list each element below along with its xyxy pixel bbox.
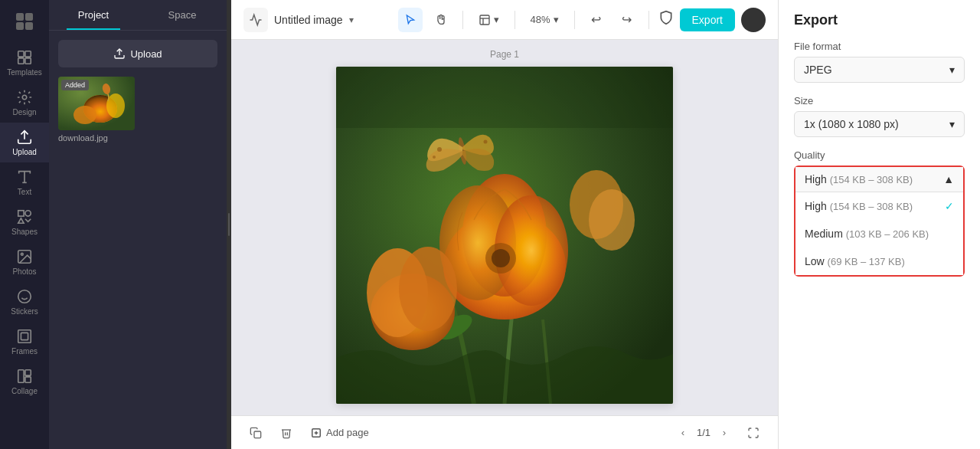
quality-option-low[interactable]: Low (69 KB – 137 KB)	[795, 247, 963, 275]
bottom-toolbar: Add page ‹ 1/1 ›	[231, 415, 778, 449]
select-tool-button[interactable]	[398, 8, 423, 32]
toolbar-divider-1	[462, 11, 463, 29]
title-dropdown-chevron[interactable]: ▾	[349, 15, 354, 25]
quality-low-text: Low (69 KB – 137 KB)	[805, 255, 905, 267]
svg-rect-23	[25, 370, 31, 375]
svg-rect-3	[25, 22, 33, 30]
quality-chevron-up-icon: ▲	[943, 173, 954, 185]
canvas-frame[interactable]	[336, 67, 673, 404]
tab-space[interactable]: Space	[138, 0, 227, 30]
svg-rect-0	[16, 13, 24, 21]
delete-page-button[interactable]	[274, 421, 299, 445]
added-badge: Added	[61, 80, 89, 90]
sidebar-item-text-label: Text	[18, 188, 31, 196]
svg-point-29	[74, 106, 96, 124]
uploaded-image-item[interactable]: Added download.jpg	[58, 77, 217, 143]
size-label: Size	[779, 92, 980, 111]
sidebar-item-text[interactable]: Text	[0, 162, 49, 202]
svg-rect-20	[18, 330, 31, 343]
svg-rect-12	[18, 211, 24, 216]
image-thumbnail: Added	[58, 77, 135, 130]
file-format-value: JPEG	[804, 64, 832, 76]
quality-selected-text: High (154 KB – 308 KB)	[805, 173, 913, 185]
app-logo[interactable]	[9, 6, 40, 37]
svg-rect-6	[18, 58, 24, 64]
hand-tool-button[interactable]	[429, 8, 453, 32]
sidebar-item-upload-label: Upload	[12, 148, 37, 156]
document-title[interactable]: Untitled image	[274, 14, 343, 26]
svg-marker-14	[18, 218, 24, 223]
layout-chevron-icon: ▾	[494, 14, 499, 25]
sidebar-item-photos[interactable]: Photos	[0, 242, 49, 282]
svg-rect-54	[336, 67, 673, 128]
tab-project[interactable]: Project	[49, 0, 138, 30]
zoom-control[interactable]: 48% ▾	[524, 11, 565, 28]
fullscreen-button[interactable]	[741, 421, 766, 445]
svg-rect-55	[254, 431, 261, 438]
sidebar-item-templates-label: Templates	[7, 68, 42, 77]
svg-rect-2	[16, 22, 24, 30]
sidebar-item-frames[interactable]: Frames	[0, 322, 49, 362]
zoom-value: 48%	[531, 14, 550, 25]
quality-selected-option[interactable]: High (154 KB – 308 KB) ▲	[795, 167, 963, 192]
quality-high-text: High (154 KB – 308 KB)	[805, 200, 913, 212]
sidebar-item-shapes[interactable]: Shapes	[0, 202, 49, 242]
file-format-select[interactable]: JPEG ▾	[794, 57, 965, 83]
page-label: Page 1	[490, 49, 519, 60]
sidebar-item-design-label: Design	[12, 108, 36, 116]
user-avatar[interactable]	[741, 8, 766, 32]
quality-option-high[interactable]: High (154 KB – 308 KB) ✓	[795, 192, 963, 220]
copy-page-button[interactable]	[243, 421, 268, 445]
main-area: Untitled image ▾ ▾ 48% ▾ ↩	[231, 0, 778, 449]
quality-options-list: High (154 KB – 308 KB) ✓ Medium (103 KB …	[795, 192, 963, 275]
cloud-save-button[interactable]	[243, 8, 268, 32]
undo-button[interactable]: ↩	[584, 8, 609, 32]
prev-page-button[interactable]: ‹	[672, 422, 694, 444]
svg-rect-4	[18, 51, 24, 57]
upload-button[interactable]: Upload	[58, 40, 217, 67]
quality-option-medium[interactable]: Medium (103 KB – 206 KB)	[795, 220, 963, 247]
top-toolbar: Untitled image ▾ ▾ 48% ▾ ↩	[231, 0, 778, 40]
add-page-label: Add page	[326, 427, 369, 438]
redo-button[interactable]: ↪	[615, 8, 639, 32]
file-format-chevron-icon: ▾	[949, 64, 955, 76]
svg-rect-7	[25, 58, 31, 64]
sidebar-item-upload[interactable]: Upload	[0, 123, 49, 162]
quality-medium-text: Medium (103 KB – 206 KB)	[805, 228, 929, 240]
sidebar-item-collage[interactable]: Collage	[0, 362, 49, 401]
svg-rect-24	[25, 377, 31, 382]
export-button[interactable]: Export	[680, 8, 735, 31]
file-format-label: File format	[779, 38, 980, 57]
svg-point-53	[492, 249, 510, 267]
toolbar-divider-4	[648, 11, 649, 29]
canvas-area[interactable]: Page 1	[231, 40, 778, 415]
zoom-chevron-icon: ▾	[554, 14, 559, 25]
quality-high-check-icon: ✓	[945, 200, 954, 212]
size-select[interactable]: 1x (1080 x 1080 px) ▾	[794, 111, 965, 137]
layout-button[interactable]: ▾	[472, 11, 505, 29]
quality-dropdown[interactable]: High (154 KB – 308 KB) ▲ High (154 KB – …	[794, 166, 965, 277]
size-chevron-icon: ▾	[949, 118, 955, 130]
sidebar-item-stickers-label: Stickers	[11, 307, 38, 316]
svg-rect-21	[21, 333, 28, 339]
page-indicator: 1/1	[697, 427, 710, 438]
add-page-button[interactable]: Add page	[305, 424, 375, 441]
sidebar-item-stickers[interactable]: Stickers	[0, 282, 49, 322]
svg-point-17	[18, 290, 31, 303]
shield-icon[interactable]	[658, 10, 674, 29]
svg-point-47	[589, 189, 635, 251]
sidebar-item-design[interactable]: Design	[0, 83, 49, 123]
image-filename: download.jpg	[58, 133, 217, 143]
toolbar-divider-2	[514, 11, 515, 29]
sidebar-item-templates[interactable]: Templates	[0, 43, 49, 83]
svg-point-8	[22, 95, 27, 100]
svg-rect-1	[25, 13, 33, 21]
svg-rect-5	[25, 51, 31, 57]
left-panel: Project Space Upload	[49, 0, 227, 449]
export-panel-title: Export	[779, 0, 980, 38]
svg-rect-22	[18, 370, 24, 383]
sidebar-item-photos-label: Photos	[12, 267, 36, 276]
next-page-button[interactable]: ›	[714, 422, 735, 444]
export-panel: Export File format JPEG ▾ Size 1x (1080 …	[778, 0, 980, 449]
panel-tabs: Project Space	[49, 0, 227, 31]
